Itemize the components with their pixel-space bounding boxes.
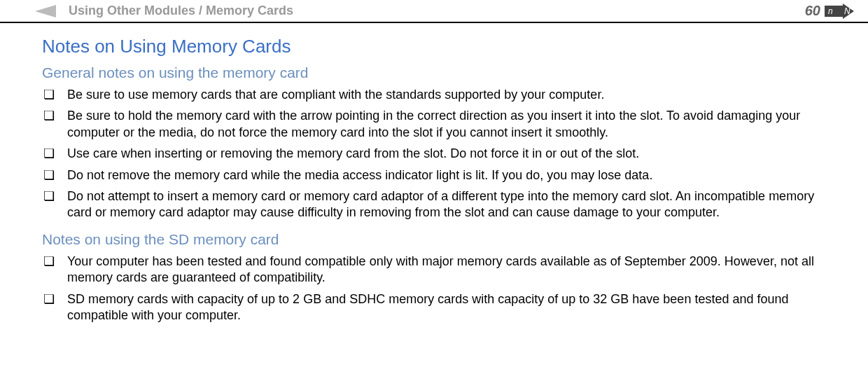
- list-item: Be sure to use memory cards that are com…: [42, 87, 826, 103]
- list-item: Use care when inserting or removing the …: [42, 146, 826, 162]
- page-header: Using Other Modules / Memory Cards 60 n …: [0, 0, 868, 23]
- list-item: Be sure to hold the memory card with the…: [42, 108, 826, 141]
- general-notes-list: Be sure to use memory cards that are com…: [42, 87, 826, 221]
- list-item: Do not attempt to insert a memory card o…: [42, 188, 826, 221]
- page-title: Notes on Using Memory Cards: [42, 36, 826, 57]
- svg-text:N: N: [844, 6, 850, 16]
- subsection-general-heading: General notes on using the memory card: [42, 64, 826, 81]
- subsection-sd-heading: Notes on using the SD memory card: [42, 231, 826, 248]
- sd-notes-list: Your computer has been tested and found …: [42, 254, 826, 324]
- list-item: SD memory cards with capacity of up to 2…: [42, 291, 826, 324]
- list-item: Do not remove the memory card while the …: [42, 167, 826, 183]
- breadcrumb: Using Other Modules / Memory Cards: [69, 4, 293, 18]
- page-navigation: 60 n N: [805, 3, 854, 19]
- svg-text:n: n: [828, 6, 833, 16]
- prev-page-icon[interactable]: [35, 5, 56, 18]
- page-content: Notes on Using Memory Cards General note…: [0, 23, 868, 340]
- page-number: 60: [805, 3, 820, 19]
- list-item: Your computer has been tested and found …: [42, 254, 826, 286]
- next-page-icon[interactable]: n N: [825, 4, 854, 19]
